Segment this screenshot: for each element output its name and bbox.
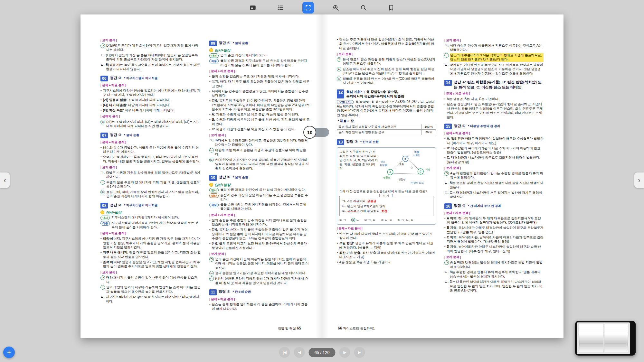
question-topic: ＊물의 순환 bbox=[232, 41, 248, 45]
bogi-item: ㄱ.바다에서 강수량은 284 단위이고, 증발량은 320 단위이다. 따라서… bbox=[209, 138, 310, 147]
bogi-item: ㄴ탄소의 대부분(약 99.9%)은 석회암의 형태로 지권에 분포하므로, 탄… bbox=[444, 53, 544, 62]
fullscreen-icon[interactable] bbox=[302, 2, 314, 14]
bogi-item: ②(가)는 조력 에너지에 의해, (나)는 태양 에너지에 의해, (다)는 … bbox=[100, 120, 201, 128]
question-topic: ＊전 세계의 주요 판 경계 bbox=[467, 204, 501, 208]
hint-item: 적용물을 순환시키는 주요 에너지원을 생각하는 것에서부터 문제 풀이를 시작… bbox=[209, 202, 310, 211]
question-header: 06정답 ②＊지구시스템의 에너지원 bbox=[100, 76, 201, 81]
model-answer: 모범 답안총 증발량=총 강수량이므로 A+320=96+284이다. 따라서 … bbox=[337, 100, 436, 117]
item-prefix: ㄱ bbox=[337, 57, 341, 62]
bogi-item: ㄷ.B(성층권)는 높이 올라갈수록 기온이 높아지는 안정한 층으로 대류 현… bbox=[100, 63, 201, 71]
spread-badge[interactable]: 10 bbox=[303, 126, 316, 139]
list-icon[interactable] bbox=[275, 2, 286, 14]
question-topic: ＊지구시스템의 에너지원 bbox=[123, 76, 157, 80]
item-prefix: ㄷ bbox=[209, 158, 214, 162]
next-page-button[interactable]: ▶ bbox=[339, 347, 350, 358]
hint-item: 발상증발과 강수 과정이 물을 이동시키는 주요 원인임을 추론할 수 있다. bbox=[209, 193, 310, 202]
book-spread: | 보기 분석 |ㄱD(열권)은 공기가 매우 희박하여 기온의 일교차가 가장… bbox=[80, 14, 564, 338]
item-text: D는 대륙판인 남아메리카판 아래로 해양판인 나스카판이 섭입하므로 인접한 … bbox=[450, 280, 544, 293]
item-text: B(성층권)는 높이 올라갈수록 기온이 높아지는 안정한 층으로 대류 현상이… bbox=[106, 63, 201, 71]
lightbulb-icon bbox=[209, 48, 213, 52]
bogi-item: ㄱ태양 에너지는 물의 순환이 일어나도록 하여 기상 현상을 일으킨다. bbox=[100, 275, 201, 284]
bogi-item: ㄴ달과 태양의 인력이 지구에 작용하여 발생하는 조력 에너지는 밀물과 썰물… bbox=[100, 285, 201, 294]
hint-tag: 단서 bbox=[100, 216, 110, 220]
item-prefix: ㄱ. bbox=[342, 199, 346, 203]
problem-question: 이에 대한 설명으로 옳은 것만을 [보기]에서 있는 대로 고른 것은? bbox=[339, 190, 433, 194]
pip-icon[interactable] bbox=[247, 2, 259, 14]
question-header: 16정답 ②＊전 세계의 주요 판 경계 bbox=[444, 203, 544, 209]
hint-text: 물의 순환 과정이 제시되어 있다. bbox=[220, 53, 267, 58]
question-answer: 정답 A: 탄소 화합물(유기물), B: 탄산 칼슘(석회암) 또는 화석 연… bbox=[454, 80, 541, 89]
bogi-item: ㄱ물의 순환 과정에서 물이 이동하는 동안 에너지도 함께 이동한다. 이때 … bbox=[209, 257, 310, 270]
item-text: 물은 고체, 액체, 기체로 상태 변화하면서 지구시스템을 순환하며, 물의 … bbox=[106, 190, 201, 199]
question-answer: 정답 ③ bbox=[110, 203, 121, 207]
svg-text:호흡: 호흡 bbox=[399, 163, 404, 166]
page-left: | 보기 분석 |ㄱD(열권)은 공기가 매우 희박하여 기온의 일교차가 가장… bbox=[80, 14, 322, 338]
section-label: | 문제＋자료 분석 | bbox=[209, 297, 310, 302]
first-page-button[interactable]: |◀ bbox=[279, 347, 290, 358]
svg-text:탄소: 탄소 bbox=[380, 160, 385, 163]
hint-text: 물의 순환 과정과 지구시스템 구성 요소의 상호작용을 관련지어 생각해 보는… bbox=[220, 59, 310, 67]
next-spread-arrow[interactable]: › bbox=[634, 172, 644, 188]
bogi-item: ㄱD(열권)은 공기가 매우 희박하여 기온의 일교차가 가장 크게 나타나는 … bbox=[100, 43, 201, 52]
bogi-item: ㄴ탄소는 바다에서 주로 이산화 탄소가 물에 녹아 형성된 탄산 이온(CO₃… bbox=[337, 67, 436, 76]
page-indicator[interactable]: 65 / 120 bbox=[309, 348, 336, 357]
bullet-paragraph: •A: 기권과 수권의 상호작용 예로 증발, 태풍의 발생 등이 있다. bbox=[209, 112, 310, 117]
item-prefix: ㄴ bbox=[100, 180, 105, 185]
prev-page-button[interactable]: ◀ bbox=[294, 347, 305, 358]
item-text: 물의 순환을 일으키는 가장 주요한 에너지원은 태양 에너지이다. bbox=[215, 271, 306, 275]
hint-tag: 적용 bbox=[100, 221, 110, 226]
svg-text:A: A bbox=[389, 171, 391, 174]
item-text: 석탄 형성은 탄소가 생물권에서 지권으로 이동하는 것이므로 A는 생물권이다… bbox=[450, 43, 544, 52]
item-prefix: ㄷ. bbox=[342, 209, 346, 213]
question-number: 11 bbox=[209, 289, 217, 295]
section-label: | 보기 분석 | bbox=[100, 165, 201, 170]
answer-choices: ① ㄱ② ㄴ③ ㄱ, ㄷ④ ㄴ, ㄷ⑤ ㄱ, ㄴ, ㄷ bbox=[339, 218, 433, 222]
bullet-paragraph: •탄소는 생물권에서 탄소 화합물(유기물)의 형태로 존재하고, 지권에서 탄… bbox=[444, 102, 544, 119]
bullet-paragraph: •(나) 대기 대순환: 태양 에너지에 의해 나타난다. bbox=[100, 103, 201, 107]
hint-item: 적용물의 순환 과정과 지구시스템 구성 요소의 상호작용을 관련지어 생각해 … bbox=[209, 59, 310, 67]
item-prefix: ㄱ bbox=[100, 43, 105, 48]
hint-tag: 적용 bbox=[209, 59, 219, 63]
question-number: 08 bbox=[100, 203, 108, 209]
answer-choice: ① ㄱ bbox=[339, 218, 346, 222]
bogi-item: ㄱ.증발은 수권과 기권의 상호작용에 의해 일어나므로 ㉠(증발)은 A에 해… bbox=[100, 171, 201, 179]
item-text: 탄소의 양은 B가 C보다 많다. bbox=[347, 204, 386, 209]
item-prefix: ㄷ bbox=[337, 77, 341, 81]
item-prefix: ㄴ bbox=[100, 285, 105, 290]
page-right: •탄소는 주로 지권에서 탄산 칼슘(석회암), 화석 연료, 기권에서 이산화… bbox=[322, 14, 564, 338]
hint-item: 단서물의 순환 과정과 하천수에 의한 침식 지형이 제시되어 있다. bbox=[209, 188, 310, 192]
item-text: 생물의 호흡을 통해 탄소는 이산화 탄소(CO₂)의 형태로 생물권에서 기권… bbox=[343, 77, 436, 85]
item-prefix: ㄱ. bbox=[444, 43, 449, 52]
zoom-icon[interactable] bbox=[330, 2, 342, 14]
hint-text: 지구시스템의 에너지원 3가지가 제시되어 있다. bbox=[111, 215, 179, 220]
item-text: 광합성은 ㉠에 해당한다. 호흡 bbox=[347, 209, 387, 213]
keyword-header: 12핵심 키워드:총 증발량=총 강수량,육지에서의 유입량=육지에서의 방출량 bbox=[337, 89, 436, 98]
bullet-paragraph: •지구시스템에 다양한 현상을 일으키는 에너지원에는 태양 에너지, 지구 내… bbox=[100, 88, 201, 97]
question-header: 11정답 ⑤＊탄소의 순환 bbox=[209, 289, 310, 295]
previous-spread-arrow[interactable]: ‹ bbox=[0, 172, 10, 188]
bogi-box-item: ㄴ.탄소의 양은 B가 C보다 많다. bbox=[342, 204, 431, 209]
bullet-paragraph: •석탄 형성: 생물의 유해가 지층에 묻힌 후 화석 연료의 형태로 지권에 … bbox=[337, 241, 436, 250]
item-prefix: ㄱ bbox=[444, 171, 449, 176]
model-answer-chip: 모범 답안 bbox=[337, 100, 354, 104]
thumbnail-preview[interactable] bbox=[575, 321, 636, 356]
section-label: | 문제＋자료 분석 | bbox=[444, 131, 544, 135]
bottom-navigation: |◀ ◀ 65 / 120 ▶ ▶| bbox=[279, 347, 365, 358]
last-page-button[interactable]: ▶| bbox=[354, 347, 365, 358]
item-prefix: ㄴ. bbox=[100, 53, 105, 62]
item-text: A는 기권이다. 생물권 bbox=[347, 199, 376, 203]
hint-tag: 단서 bbox=[209, 188, 219, 192]
search-icon[interactable] bbox=[358, 2, 369, 14]
section-label: | 보기 분석 | bbox=[209, 133, 310, 137]
add-button[interactable]: + bbox=[3, 347, 15, 358]
item-text: A(열곡)와 C(해령)는 발산형 경계에 위치하므로 천발 지진이 활발하게 … bbox=[450, 260, 544, 269]
bogi-item: ㄷ(나)의 한반도 모양의 지형은 하천수가 경사가 완만한 지역에서 흐를 때… bbox=[209, 276, 310, 285]
question-number: 07 bbox=[100, 133, 108, 138]
hint-item: 단서지구시스템의 에너지원 3가지가 제시되어 있다. bbox=[100, 215, 201, 220]
bullet-paragraph: •육지에서는 강수량이 증발량보다 많고, 바다에서는 증발량이 강수량보다 많… bbox=[209, 89, 310, 98]
bookmark-icon[interactable] bbox=[385, 2, 397, 14]
question-header: 10정답 ⑤＊물의 순환 bbox=[209, 175, 310, 181]
item-text: B는 보존형 경계로 천발 지진은 발생하지만 심발 지진은 발생하지 않는다. bbox=[450, 181, 544, 190]
bullet-paragraph: •해수와 육수가 증발하고, 식물의 증산 작용에 의해 물이 수증기의 형태로… bbox=[100, 145, 201, 154]
bullet-paragraph: •탄소는 각 권에 다양한 형태로 분포하며, 지권에 가장 많은 양이 포함되… bbox=[337, 232, 436, 240]
